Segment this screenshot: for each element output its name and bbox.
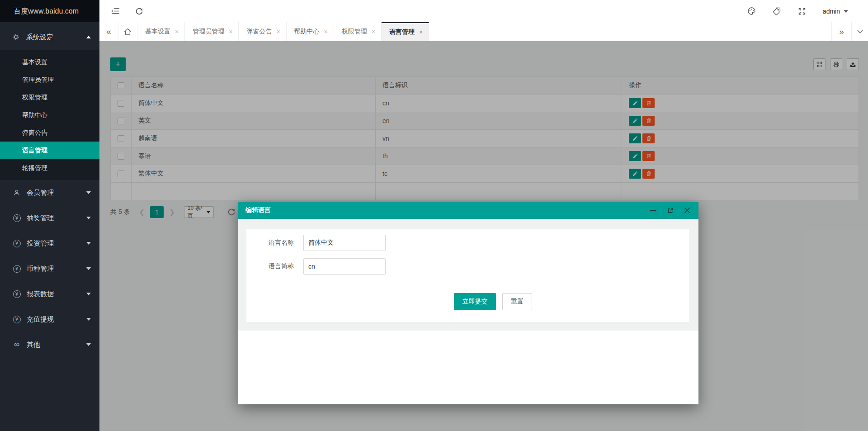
sidebar-group-system-settings[interactable]: 系统设定	[0, 28, 99, 46]
user-menu[interactable]: admin	[823, 8, 848, 15]
sidebar-group-label: 充值提现	[27, 315, 54, 324]
sidebar-subitem[interactable]: 基本设置	[0, 53, 99, 71]
sidebar-subitem[interactable]: 语言管理	[0, 142, 99, 159]
tab-close-icon[interactable]: ×	[229, 28, 232, 35]
yen-icon: ¥	[12, 214, 21, 222]
tabbar: « 基本设置 × 管理员管理 × 弹窗公告 ×	[99, 22, 868, 41]
sidebar-group-other[interactable]: ∞ 其他	[0, 332, 99, 357]
sidebar-group-currency[interactable]: ¥ 币种管理	[0, 256, 99, 281]
username: admin	[823, 8, 840, 15]
tab-item[interactable]: 管理员管理 ×	[185, 22, 239, 41]
tab-close-icon[interactable]: ×	[372, 28, 375, 35]
tab-label: 语言管理	[389, 28, 415, 36]
fullscreen-icon[interactable]	[798, 7, 806, 15]
reset-button[interactable]: 重置	[502, 293, 532, 310]
tab-close-icon[interactable]: ×	[276, 28, 280, 35]
sidebar-group-members[interactable]: 会员管理	[0, 180, 99, 205]
caret-down-icon	[86, 293, 91, 295]
caret-down-icon	[86, 267, 91, 270]
modal-title: 编辑语言	[245, 206, 271, 214]
sidebar-group-label: 币种管理	[27, 265, 54, 273]
tab-item[interactable]: 语言管理 ×	[382, 22, 429, 41]
submit-button[interactable]: 立即提交	[454, 293, 496, 310]
brand-logo: 百度www.baidu.com	[0, 0, 99, 22]
modal-header[interactable]: 编辑语言	[238, 202, 698, 219]
caret-down-icon	[86, 318, 91, 321]
caret-down-icon	[86, 343, 91, 346]
app-window: 百度www.baidu.com 系统设定 基本设置 管理员管理 权限管理 帮助中…	[0, 0, 868, 431]
tab-item[interactable]: 弹窗公告 ×	[239, 22, 286, 41]
sidebar-group-deposit-withdraw[interactable]: ¥ 充值提现	[0, 307, 99, 332]
sidebar-group-label: 抽奖管理	[27, 214, 54, 223]
tab-item[interactable]: 基本设置 ×	[137, 22, 185, 41]
sidebar-subitem[interactable]: 轮播管理	[0, 159, 99, 177]
caret-down-icon	[86, 217, 91, 219]
sidebar-group-label: 投资管理	[27, 239, 54, 248]
language-name-input[interactable]	[303, 235, 386, 251]
tab-close-icon[interactable]: ×	[419, 29, 423, 35]
yen-icon: ¥	[12, 265, 21, 273]
tab-item[interactable]: 帮助中心 ×	[287, 22, 334, 41]
sidebar-subitem[interactable]: 弹窗公告	[0, 124, 99, 142]
tab-scroll-right-button[interactable]: »	[831, 22, 851, 41]
minimize-icon[interactable]	[649, 206, 657, 214]
sidebar-group-label: 报表数据	[27, 290, 54, 298]
sidebar-group-label: 其他	[27, 341, 40, 349]
user-icon	[12, 189, 21, 196]
yen-icon: ¥	[12, 240, 21, 247]
sidebar-group-label: 系统设定	[26, 33, 53, 42]
tab-label: 弹窗公告	[246, 28, 272, 36]
language-code-label: 语言简称	[246, 262, 294, 270]
modal-footer-area	[238, 331, 698, 404]
tab-menu-button[interactable]	[851, 22, 868, 41]
tab-label: 管理员管理	[193, 28, 224, 36]
tag-icon[interactable]	[773, 7, 781, 15]
modal-body: 语言名称 语言简称 立即提交 重置	[238, 219, 698, 331]
sidebar-subitem[interactable]: 帮助中心	[0, 106, 99, 124]
tab-close-icon[interactable]: ×	[324, 28, 328, 35]
sidebar-group-investment[interactable]: ¥ 投资管理	[0, 231, 99, 256]
topbar: admin	[99, 0, 868, 22]
caret-down-icon	[86, 242, 91, 245]
tab-label: 基本设置	[145, 28, 170, 36]
close-icon[interactable]	[683, 206, 691, 214]
gear-icon	[12, 33, 20, 41]
sidebar-subitem[interactable]: 管理员管理	[0, 71, 99, 89]
theme-palette-icon[interactable]	[747, 7, 756, 15]
tab-label: 权限管理	[342, 28, 367, 36]
yen-icon: ¥	[12, 290, 21, 298]
sidebar-submenu: 基本设置 管理员管理 权限管理 帮助中心 弹窗公告 语言管理 轮播管理	[0, 50, 99, 180]
edit-language-modal: 编辑语言 语言名称 语言简称	[238, 202, 698, 404]
maximize-icon[interactable]	[666, 206, 674, 214]
edit-language-form: 语言名称 语言简称 立即提交 重置	[246, 229, 689, 322]
sidebar-group-reports[interactable]: ¥ 报表数据	[0, 281, 99, 307]
refresh-icon[interactable]	[135, 7, 143, 15]
language-code-input[interactable]	[303, 258, 386, 275]
sidebar-group-lottery[interactable]: ¥ 抽奖管理	[0, 205, 99, 231]
tab-scroll-left-button[interactable]: «	[99, 22, 118, 41]
language-name-label: 语言名称	[246, 239, 294, 247]
caret-up-icon	[86, 36, 91, 38]
infinity-icon: ∞	[12, 341, 21, 348]
sidebar-group-label: 会员管理	[27, 189, 54, 197]
caret-down-icon	[86, 191, 91, 194]
caret-down-icon	[844, 10, 848, 13]
home-tab-button[interactable]	[118, 22, 137, 41]
tab-label: 帮助中心	[294, 28, 320, 36]
sidebar-subitem[interactable]: 权限管理	[0, 89, 99, 106]
sidebar: 百度www.baidu.com 系统设定 基本设置 管理员管理 权限管理 帮助中…	[0, 0, 99, 431]
tab-item[interactable]: 权限管理 ×	[334, 22, 382, 41]
collapse-sidebar-icon[interactable]	[111, 8, 120, 14]
tab-close-icon[interactable]: ×	[175, 28, 179, 35]
yen-icon: ¥	[12, 316, 21, 323]
open-tabs: 基本设置 × 管理员管理 × 弹窗公告 × 帮助中心 ×	[137, 22, 429, 41]
